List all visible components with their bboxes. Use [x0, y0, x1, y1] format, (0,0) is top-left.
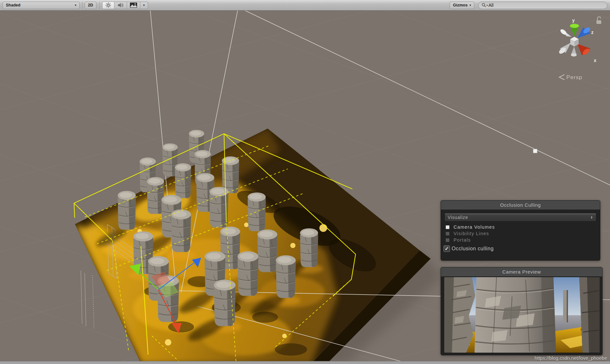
frustum-handle[interactable]: [533, 149, 537, 153]
scene-search-field[interactable]: ▾: [478, 2, 607, 9]
camera-preview-panel: Camera Preview: [441, 267, 603, 355]
scene-view-toolbar: Shaded ▾ 2D: [0, 0, 610, 11]
shading-mode-dropdown[interactable]: Shaded ▾: [3, 2, 80, 9]
preview-right-pillar: [579, 277, 600, 353]
occlusion-culling-checkbox[interactable]: ✓: [444, 245, 450, 252]
chevron-down-icon: ▾: [469, 4, 471, 7]
search-input[interactable]: [488, 3, 604, 8]
chevron-down-icon: ▾: [143, 4, 145, 7]
occlusion-item-visibility-lines[interactable]: Visibility Lines: [441, 230, 600, 237]
occlusion-item-label: Visibility Lines: [454, 231, 489, 236]
occlusion-panel-title: Occlusion Culling: [441, 201, 600, 210]
occlusion-item-label: Portals: [454, 237, 471, 243]
watermark-url: https://blog.csdn.net/love_phoebe: [535, 355, 607, 361]
image-effects-icon: [130, 3, 137, 8]
search-filter-arrow-icon[interactable]: ▾: [487, 4, 488, 7]
preview-center-pillar: [475, 277, 556, 353]
effects-dropdown-button[interactable]: ▾: [140, 2, 148, 9]
dropdown-updown-icon: ▲▼: [590, 216, 593, 219]
occlusion-item-portals[interactable]: Portals: [441, 237, 600, 243]
chevron-down-icon: ▾: [75, 4, 76, 7]
axis-y-label: y: [572, 18, 575, 23]
camera-preview-title: Camera Preview: [441, 267, 602, 277]
visualization-mode-dropdown[interactable]: Visualize ▲▼: [444, 213, 596, 222]
speaker-icon: [117, 2, 124, 8]
audio-toggle-button[interactable]: [114, 2, 127, 9]
toolbar-separator: [82, 1, 82, 9]
window-bottom-strip: [0, 361, 610, 364]
effects-toggle-button[interactable]: [127, 2, 140, 9]
persp-label: Persp: [566, 74, 582, 80]
gizmos-dropdown[interactable]: Gizmos ▾: [450, 2, 474, 9]
swatch-icon: [446, 225, 449, 229]
swatch-icon: [446, 232, 449, 235]
2d-toggle-button[interactable]: 2D: [85, 2, 96, 9]
toolbar-separator: [100, 1, 100, 9]
occlusion-culling-checkbox-label: Occlusion culling: [452, 246, 494, 252]
sun-icon: [105, 2, 111, 8]
gizmos-label: Gizmos: [453, 3, 467, 7]
occlusion-item-label: Camera Volumes: [454, 224, 495, 230]
visualization-mode-value: Visualize: [448, 215, 468, 220]
search-icon: [482, 3, 486, 7]
lighting-toggle-button[interactable]: [102, 2, 114, 9]
axis-x-label: x: [594, 58, 596, 63]
occlusion-item-camera-volumes[interactable]: Camera Volumes: [441, 224, 600, 230]
shading-mode-label: Shaded: [6, 3, 20, 7]
occlusion-culling-panel: Occlusion Culling Visualize ▲▼ Camera Vo…: [441, 200, 600, 261]
camera-preview-image: [444, 277, 599, 353]
unity-scene-view: y z x Persp Shaded ▾ 2D: [0, 0, 610, 364]
swatch-icon: [446, 238, 449, 242]
axis-z-label: z: [591, 30, 594, 35]
